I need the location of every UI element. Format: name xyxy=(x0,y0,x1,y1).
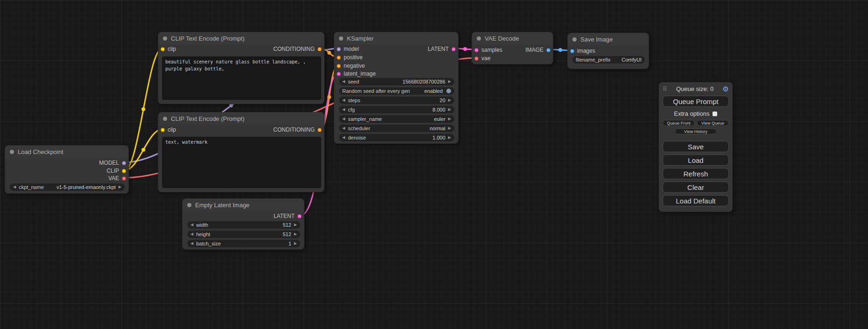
collapse-dot-icon[interactable] xyxy=(10,150,14,154)
increment-arrow-icon[interactable]: ▶ xyxy=(294,223,297,227)
increment-arrow-icon[interactable]: ▶ xyxy=(294,242,297,245)
increment-arrow-icon[interactable]: ▶ xyxy=(448,98,451,102)
widget-steps[interactable]: ◀ steps 20 ▶ xyxy=(339,97,454,104)
toggle-knob[interactable] xyxy=(446,89,451,93)
queue-menu-panel: ⠿ Queue size: 0 ⚙ Queue Prompt Extra opt… xyxy=(659,82,733,212)
widget-sampler-name[interactable]: ◀ sampler_name euler ▶ xyxy=(339,115,454,123)
node-titlebar[interactable]: KSampler xyxy=(334,32,458,45)
increment-arrow-icon[interactable]: ▶ xyxy=(448,126,451,130)
port-label: samples xyxy=(481,47,502,53)
port-label: latent_image xyxy=(344,70,376,77)
view-history-button[interactable]: View History xyxy=(675,128,717,134)
prompt-textarea[interactable]: beautiful scenery nature glass bottle la… xyxy=(162,56,321,100)
widget-value: v1-5-pruned-emaonly.ckpt xyxy=(56,184,116,190)
output-port-latent[interactable]: LATENT xyxy=(274,213,302,219)
input-port-images[interactable]: images xyxy=(570,48,595,54)
input-port-vae[interactable]: vae xyxy=(474,55,490,62)
input-port-positive[interactable]: positive xyxy=(337,54,363,61)
widget-random-seed-toggle[interactable]: Random seed after every gen enabled xyxy=(339,87,454,95)
drag-handle-icon[interactable]: ⠿ xyxy=(663,85,667,92)
increment-arrow-icon[interactable]: ▶ xyxy=(448,117,451,121)
decrement-arrow-icon[interactable]: ◀ xyxy=(342,80,345,84)
widget-label: scheduler xyxy=(348,126,370,131)
collapse-dot-icon[interactable] xyxy=(339,36,343,41)
collapse-dot-icon[interactable] xyxy=(477,36,481,41)
load-button[interactable]: Load xyxy=(663,154,729,166)
port-label: LATENT xyxy=(274,213,295,219)
output-port-vae[interactable]: VAE xyxy=(108,175,126,182)
decrement-arrow-icon[interactable]: ◀ xyxy=(191,232,193,236)
collapse-dot-icon[interactable] xyxy=(187,203,191,207)
output-port-model[interactable]: MODEL xyxy=(99,160,126,166)
widget-value: enabled xyxy=(424,88,443,94)
increment-arrow-icon[interactable]: ▶ xyxy=(448,108,451,112)
view-queue-button[interactable]: View Queue xyxy=(697,120,729,126)
node-titlebar[interactable]: CLIP Text Encode (Prompt) xyxy=(158,32,324,45)
node-titlebar[interactable]: Empty Latent Image xyxy=(183,199,304,211)
widget-value: 512 xyxy=(282,222,291,228)
decrement-arrow-icon[interactable]: ◀ xyxy=(342,126,345,130)
widget-width[interactable]: ◀ width 512 ▶ xyxy=(187,221,300,229)
widget-denoise[interactable]: ◀ denoise 1.000 ▶ xyxy=(339,134,454,141)
widget-seed[interactable]: ◀ seed 156680208700286 ▶ xyxy=(339,78,454,85)
extra-options-checkbox[interactable] xyxy=(713,112,717,116)
output-port-latent[interactable]: LATENT xyxy=(428,46,456,52)
collapse-dot-icon[interactable] xyxy=(572,37,577,42)
node-clip-text-encode-positive[interactable]: CLIP Text Encode (Prompt) clip CONDITION… xyxy=(158,32,325,104)
decrement-arrow-icon[interactable]: ◀ xyxy=(342,136,345,140)
node-titlebar[interactable]: VAE Decode xyxy=(472,32,553,45)
port-dot xyxy=(337,47,341,51)
decrement-arrow-icon[interactable]: ◀ xyxy=(342,117,345,121)
increment-arrow-icon[interactable]: ▶ xyxy=(448,136,451,140)
decrement-arrow-icon[interactable]: ◀ xyxy=(342,98,345,102)
node-vae-decode[interactable]: VAE Decode samples vae IMAGE xyxy=(472,32,553,64)
decrement-arrow-icon[interactable]: ◀ xyxy=(191,242,193,245)
node-save-image[interactable]: Save Image images filename_prefix ComfyU… xyxy=(567,33,649,69)
increment-arrow-icon[interactable]: ▶ xyxy=(119,185,121,189)
input-port-samples[interactable]: samples xyxy=(474,47,502,53)
widget-batch-size[interactable]: ◀ batch_size 1 ▶ xyxy=(187,240,300,247)
output-port-conditioning[interactable]: CONDITIONING xyxy=(273,46,322,52)
input-port-latent-image[interactable]: latent_image xyxy=(337,70,376,77)
node-empty-latent-image[interactable]: Empty Latent Image LATENT ◀ width 512 ▶ … xyxy=(182,198,304,250)
queue-front-button[interactable]: Queue Front xyxy=(663,120,695,126)
load-default-button[interactable]: Load Default xyxy=(663,195,729,206)
increment-arrow-icon[interactable]: ▶ xyxy=(448,80,451,84)
widget-filename-prefix[interactable]: filename_prefix ComfyUI xyxy=(572,56,645,63)
output-port-clip[interactable]: CLIP xyxy=(106,168,126,174)
input-port-clip[interactable]: clip xyxy=(161,126,176,133)
node-titlebar[interactable]: CLIP Text Encode (Prompt) xyxy=(158,112,324,125)
node-titlebar[interactable]: Save Image xyxy=(568,33,649,46)
widget-height[interactable]: ◀ height 512 ▶ xyxy=(187,231,300,238)
prompt-textarea[interactable]: text, watermark xyxy=(162,137,321,188)
node-titlebar[interactable]: Load Checkpoint xyxy=(5,146,128,158)
input-port-model[interactable]: model xyxy=(337,46,359,52)
port-label: CONDITIONING xyxy=(273,126,315,133)
input-port-negative[interactable]: negative xyxy=(337,63,365,69)
queue-prompt-button[interactable]: Queue Prompt xyxy=(663,96,729,107)
node-load-checkpoint[interactable]: Load Checkpoint MODEL CLIP VAE ◀ ckpt_na… xyxy=(5,145,129,194)
output-port-conditioning[interactable]: CONDITIONING xyxy=(273,126,322,133)
widget-cfg[interactable]: ◀ cfg 8.000 ▶ xyxy=(339,106,454,113)
port-dot xyxy=(570,49,574,53)
clear-button[interactable]: Clear xyxy=(663,182,729,193)
settings-gear-icon[interactable]: ⚙ xyxy=(723,85,729,92)
collapse-dot-icon[interactable] xyxy=(163,36,167,41)
input-port-clip[interactable]: clip xyxy=(161,46,176,52)
node-clip-text-encode-negative[interactable]: CLIP Text Encode (Prompt) clip CONDITION… xyxy=(158,112,325,192)
graph-canvas[interactable]: Load Checkpoint MODEL CLIP VAE ◀ ckpt_na… xyxy=(0,0,868,329)
widget-scheduler[interactable]: ◀ scheduler normal ▶ xyxy=(339,125,454,132)
collapse-dot-icon[interactable] xyxy=(163,117,167,121)
link-midpoint-dot xyxy=(327,95,331,99)
widget-ckpt-name[interactable]: ◀ ckpt_name v1-5-pruned-emaonly.ckpt ▶ xyxy=(10,183,125,191)
decrement-arrow-icon[interactable]: ◀ xyxy=(13,185,16,189)
node-ksampler[interactable]: KSampler model positive negative latent_… xyxy=(334,32,459,144)
increment-arrow-icon[interactable]: ▶ xyxy=(294,232,297,236)
refresh-button[interactable]: Refresh xyxy=(663,168,729,179)
output-port-image[interactable]: IMAGE xyxy=(525,47,550,53)
widget-label: batch_size xyxy=(196,241,221,246)
decrement-arrow-icon[interactable]: ◀ xyxy=(191,223,193,227)
decrement-arrow-icon[interactable]: ◀ xyxy=(342,108,345,112)
save-button[interactable]: Save xyxy=(663,141,729,152)
port-dot xyxy=(122,176,126,181)
